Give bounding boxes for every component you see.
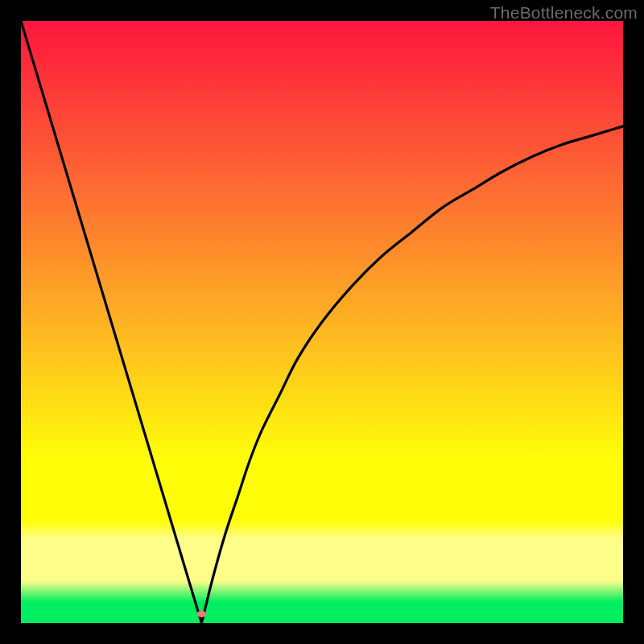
vertex-marker (196, 611, 206, 617)
watermark-text: TheBottleneck.com (490, 3, 638, 23)
chart-frame (21, 21, 623, 623)
bottleneck-chart (21, 21, 623, 623)
